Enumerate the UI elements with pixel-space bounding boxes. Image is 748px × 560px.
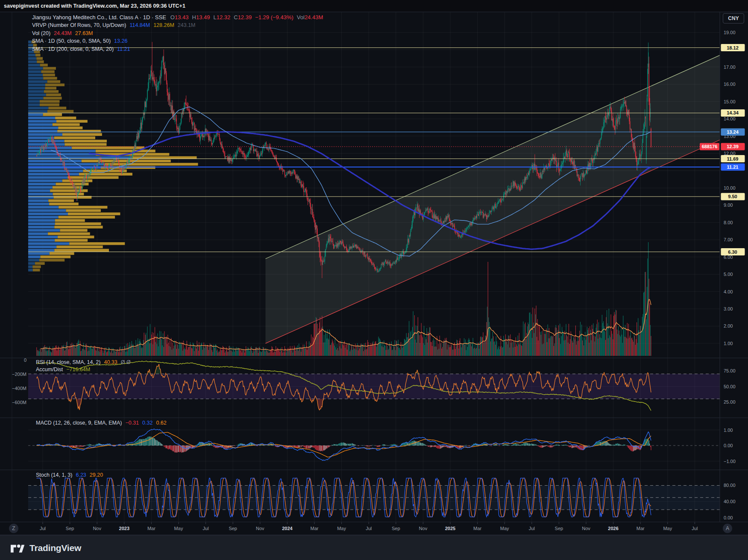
stoch-legend-row[interactable]: Stoch (14, 1, 3) 6.23 29.20 [36, 471, 103, 478]
tradingview-wordmark[interactable]: TradingView [29, 543, 81, 553]
change-value: −1.29 (−9.43%) [255, 14, 293, 21]
price-chart[interactable]: 19.0017.0016.0015.0014.0013.0012.0010.00… [0, 0, 748, 560]
axis-label: 2.00 [724, 323, 733, 328]
macd-legend-row[interactable]: MACD (12, 26, close, 9, EMA, EMA) −0.31 … [36, 419, 167, 426]
axis-label: 0.00 [724, 443, 733, 448]
price-axis-badge-label: 14.34 [727, 110, 739, 115]
axis-label: 0 [24, 358, 26, 363]
time-axis-label: Jul [366, 526, 372, 531]
axis-label: 15.00 [724, 99, 736, 104]
open-value: 13.43 [175, 14, 189, 21]
vrvp-legend-row[interactable]: VRVP (Number Of Rows, 70, Up/Down) 114.8… [32, 21, 323, 29]
tradingview-logo-icon[interactable] [9, 540, 25, 556]
axis-label: 4.00 [724, 289, 733, 294]
vol-legend-row[interactable]: Vol (20) 24.43M 27.63M [32, 29, 323, 37]
low-label: L [213, 14, 216, 21]
rsi-title: RSI (14, close, SMA, 14, 2) [36, 359, 100, 365]
time-axis-label: 2026 [608, 526, 618, 531]
volume-value: 24.43M [305, 14, 323, 21]
time-axis-label: 2023 [119, 526, 129, 531]
axis-label: 40.00 [724, 499, 736, 504]
axis-label: 1.00 [724, 341, 733, 346]
axis-label: 10.00 [724, 185, 736, 191]
axis-label: 75.00 [724, 368, 736, 373]
vol-value: 24.43M [54, 30, 72, 36]
time-axis-label: Mar [473, 526, 481, 531]
time-axis-label: Nov [419, 526, 428, 531]
sma50-value: 13.26 [114, 38, 127, 44]
bottom-bar: TradingView [0, 535, 748, 560]
axis-label: 3.00 [724, 306, 733, 311]
tradingview-screenshot: 19.0017.0016.0015.0014.0013.0012.0010.00… [0, 0, 748, 560]
axis-label: 19.00 [724, 30, 736, 35]
high-value: 13.49 [196, 14, 210, 21]
rsi-band [28, 374, 720, 399]
axis-label: 16.00 [724, 82, 736, 87]
stoch-d-value: 29.20 [90, 472, 103, 478]
topbar: savepiginvest created with TradingView.c… [0, 0, 748, 12]
accum-value: −716.64M [66, 366, 90, 372]
rsi-legend: RSI (14, close, SMA, 14, 2) 40.33 Ø Ø Ac… [36, 358, 131, 373]
high-label: H [192, 14, 196, 21]
axis-label: 17.00 [724, 65, 736, 70]
price-axis-badge-label: 6.30 [728, 249, 737, 255]
axis-label: 7.00 [724, 237, 733, 242]
sma50-legend-row[interactable]: SMA · 1D (50, close, 0, SMA, 50) 13.26 [32, 37, 323, 45]
vol-title: Vol (20) [32, 30, 50, 36]
vrvp-up-value: 114.84M [129, 22, 150, 28]
attribution-text: savepiginvest created with TradingView.c… [4, 3, 185, 9]
time-axis-label: Jul [529, 526, 535, 531]
stoch-k-value: 6.23 [76, 472, 86, 478]
rsi-value: 40.33 [104, 359, 117, 365]
rsi-ma-values: Ø Ø [121, 359, 131, 365]
time-axis-label: Nov [256, 526, 264, 531]
auto-scale-button[interactable]: A [723, 524, 732, 533]
axis-label: 9.00 [724, 202, 733, 208]
macd-legend: MACD (12, 26, close, 9, EMA, EMA) −0.31 … [36, 419, 167, 426]
main-legend: Jiangsu Yahong Meditech Co., Ltd. Class … [32, 13, 323, 53]
time-axis-label: Nov [582, 526, 590, 531]
axis-label: 25.00 [724, 399, 736, 405]
price-axis-badge-label: 12.39 [727, 144, 739, 149]
close-value: 12.39 [238, 14, 252, 21]
axis-label: 80.00 [724, 483, 736, 488]
macd-line-value: 0.32 [142, 420, 153, 426]
axis-label: −200M [12, 372, 26, 377]
axis-label: 8.00 [724, 220, 733, 225]
axis-label: 1.00 [724, 428, 733, 433]
time-axis-label: Mar [637, 526, 645, 531]
time-axis-label: Mar [147, 526, 155, 531]
timezone-button[interactable]: Z [9, 524, 18, 533]
time-axis-label: Sep [229, 526, 237, 531]
price-axis-badge-label: 9.50 [728, 194, 737, 199]
accum-title: Accum/Dist [36, 366, 63, 372]
vol-ma-value: 27.63M [75, 30, 93, 36]
currency-button[interactable]: CNY [723, 13, 744, 23]
symbol-legend-row[interactable]: Jiangsu Yahong Meditech Co., Ltd. Class … [32, 13, 323, 21]
low-value: 12.32 [217, 14, 231, 21]
time-axis-label: 2024 [282, 526, 293, 531]
macd-signal-value: 0.62 [156, 420, 166, 426]
macd-title: MACD (12, 26, close, 9, EMA, EMA) [36, 420, 122, 426]
sma200-legend-row[interactable]: SMA · 1D (200, close, 0, SMA, 20) 11.21 [32, 45, 323, 53]
ticker-badge-label: 688176 [702, 144, 718, 149]
sma200-title: SMA · 1D (200, close, 0, SMA, 20) [32, 46, 114, 52]
close-label: C [234, 14, 238, 21]
vrvp-down-value: 128.26M [153, 22, 174, 28]
time-axis-label: May [663, 526, 672, 531]
time-axis-label: May [500, 526, 509, 531]
time-axis-label: Sep [555, 526, 563, 531]
open-label: O [170, 14, 175, 21]
time-axis-label: Sep [66, 526, 74, 531]
price-axis-badge-label: 13.24 [727, 129, 739, 135]
time-axis-label: Jul [203, 526, 209, 531]
rsi-legend-row[interactable]: RSI (14, close, SMA, 14, 2) 40.33 Ø Ø [36, 358, 131, 366]
axis-label: 14.00 [724, 116, 736, 121]
vrvp-total-value: 243.1M [178, 22, 196, 28]
time-axis-label: Jul [692, 526, 698, 531]
accum-legend-row[interactable]: Accum/Dist −716.64M [36, 366, 131, 373]
price-axis-badge-label: 18.12 [727, 45, 739, 50]
vrvp-title: VRVP (Number Of Rows, 70, Up/Down) [32, 22, 126, 28]
time-axis-label: Jul [40, 526, 46, 531]
axis-label: −1.00 [724, 459, 736, 464]
